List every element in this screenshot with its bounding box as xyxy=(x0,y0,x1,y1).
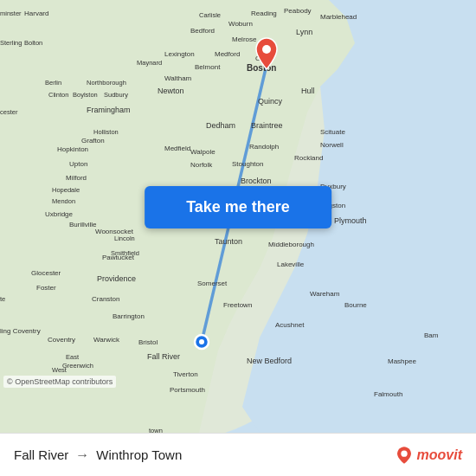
svg-text:Reading: Reading xyxy=(251,10,277,17)
svg-text:Mashpee: Mashpee xyxy=(388,357,416,365)
svg-text:Burillville: Burillville xyxy=(69,221,97,228)
svg-text:Bourne: Bourne xyxy=(344,301,367,309)
svg-text:Scituate: Scituate xyxy=(320,128,345,136)
svg-text:Mendon: Mendon xyxy=(52,197,75,205)
svg-text:Randolph: Randolph xyxy=(249,143,279,151)
svg-text:Holliston: Holliston xyxy=(93,128,119,136)
svg-text:Belmont: Belmont xyxy=(195,63,221,71)
svg-text:Uxbridge: Uxbridge xyxy=(45,210,74,218)
svg-text:Fall River: Fall River xyxy=(147,352,180,361)
svg-text:Greenwich: Greenwich xyxy=(62,362,93,370)
svg-text:New Bedford: New Bedford xyxy=(247,357,292,365)
svg-text:Coventry: Coventry xyxy=(48,336,75,344)
svg-text:Wareham: Wareham xyxy=(310,290,340,298)
svg-text:Carlisle: Carlisle xyxy=(199,11,221,19)
destination-label: Winthrop Town xyxy=(96,447,182,462)
svg-text:Barrington: Barrington xyxy=(113,312,145,320)
svg-text:Lexington: Lexington xyxy=(164,50,195,58)
svg-text:Lakeville: Lakeville xyxy=(277,261,305,268)
svg-text:Medford: Medford xyxy=(215,50,240,58)
svg-text:Norwell: Norwell xyxy=(320,141,344,149)
bottom-bar: Fall River → Winthrop Town moovit xyxy=(0,433,476,476)
svg-text:Northborough: Northborough xyxy=(87,79,126,87)
svg-text:West: West xyxy=(52,366,68,374)
svg-text:Grafton: Grafton xyxy=(81,137,105,145)
svg-text:Dedham: Dedham xyxy=(206,121,235,130)
svg-text:Braintree: Braintree xyxy=(251,121,283,130)
svg-text:minster: minster xyxy=(0,10,22,17)
svg-text:Woburn: Woburn xyxy=(228,20,253,28)
svg-text:Providence: Providence xyxy=(97,274,136,283)
svg-text:ling Coventry: ling Coventry xyxy=(0,327,41,335)
svg-text:Taunton: Taunton xyxy=(215,237,242,246)
svg-point-96 xyxy=(199,339,204,344)
svg-text:Medfield: Medfield xyxy=(164,145,190,152)
svg-text:Norfolk: Norfolk xyxy=(190,161,213,169)
svg-text:Hopkinton: Hopkinton xyxy=(57,145,88,153)
svg-text:Acushnet: Acushnet xyxy=(275,321,305,329)
moovit-pin-icon xyxy=(395,446,414,465)
svg-text:Bolton: Bolton xyxy=(24,39,42,47)
moovit-logo[interactable]: moovit xyxy=(395,446,462,465)
svg-text:East: East xyxy=(66,353,80,361)
svg-point-94 xyxy=(262,45,271,54)
take-me-there-button[interactable]: Take me there xyxy=(145,186,331,228)
svg-text:Clinton: Clinton xyxy=(48,91,68,99)
map-container: Newton Boston Quincy Hull Framingham Ded… xyxy=(0,0,476,433)
svg-text:Tiverton: Tiverton xyxy=(173,370,198,378)
svg-text:Foster: Foster xyxy=(36,284,56,292)
svg-text:Maynard: Maynard xyxy=(137,59,162,67)
svg-text:Glocester: Glocester xyxy=(31,269,61,277)
svg-text:Boylston: Boylston xyxy=(73,91,98,99)
origin-label: Fall River xyxy=(14,447,68,462)
svg-text:Warwick: Warwick xyxy=(93,336,120,344)
svg-text:Peabody: Peabody xyxy=(284,7,312,15)
svg-text:Smithfield: Smithfield xyxy=(111,249,139,257)
svg-text:Upton: Upton xyxy=(69,160,87,168)
svg-text:Plymouth: Plymouth xyxy=(334,216,367,225)
svg-text:Falmouth: Falmouth xyxy=(374,390,402,398)
svg-text:Framingham: Framingham xyxy=(87,106,131,114)
svg-text:town: town xyxy=(149,427,163,433)
svg-text:Hull: Hull xyxy=(301,87,315,95)
svg-text:Sudbury: Sudbury xyxy=(104,91,128,99)
arrow-icon: → xyxy=(75,447,89,463)
svg-text:Marblehead: Marblehead xyxy=(320,13,357,21)
svg-text:Waltham: Waltham xyxy=(164,74,192,82)
svg-text:Somerset: Somerset xyxy=(197,280,228,287)
svg-text:Freetown: Freetown xyxy=(223,301,252,309)
svg-text:Milford: Milford xyxy=(66,174,87,182)
svg-text:Melrose: Melrose xyxy=(232,35,257,43)
svg-text:Cranston: Cranston xyxy=(92,295,119,303)
svg-text:Newton: Newton xyxy=(158,87,184,95)
svg-text:Hopedale: Hopedale xyxy=(52,186,80,194)
svg-text:Quincy: Quincy xyxy=(258,97,283,106)
svg-text:Walpole: Walpole xyxy=(190,148,215,156)
svg-text:Rockland: Rockland xyxy=(294,154,323,162)
svg-text:Harvard: Harvard xyxy=(24,10,48,17)
svg-text:Bristol: Bristol xyxy=(138,338,158,346)
svg-text:Berlin: Berlin xyxy=(45,79,61,87)
copyright-text: © OpenStreetMap contributors xyxy=(3,376,116,388)
svg-point-97 xyxy=(401,450,407,456)
svg-text:Bam: Bam xyxy=(424,331,439,339)
svg-text:Boston: Boston xyxy=(247,63,276,73)
svg-text:Stoughton: Stoughton xyxy=(232,160,263,168)
svg-text:Middleborough: Middleborough xyxy=(268,241,314,248)
svg-text:Portsmouth: Portsmouth xyxy=(170,386,205,394)
svg-text:Bedford: Bedford xyxy=(190,27,215,35)
svg-text:cester: cester xyxy=(0,108,18,116)
svg-text:Brockton: Brockton xyxy=(241,177,272,185)
svg-text:Lincoln: Lincoln xyxy=(114,235,135,242)
svg-text:te: te xyxy=(0,295,5,303)
route-info: Fall River → Winthrop Town xyxy=(14,447,182,463)
svg-text:Lynn: Lynn xyxy=(296,28,312,36)
moovit-brand-text: moovit xyxy=(417,447,462,463)
svg-text:Sterling: Sterling xyxy=(0,39,22,47)
